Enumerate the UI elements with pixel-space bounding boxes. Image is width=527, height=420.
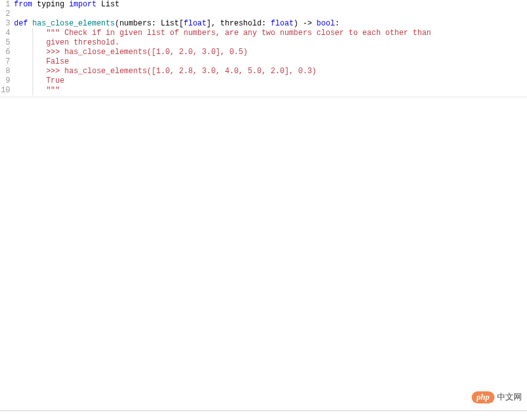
code-token: >>> has_close_elements([1.0, 2.8, 3.0, 4… — [46, 67, 316, 76]
indent — [14, 57, 32, 66]
code-token: float — [271, 19, 293, 28]
code-token: typing — [32, 0, 69, 9]
line-inner: False — [32, 57, 69, 67]
code-token: ) — [293, 19, 298, 28]
watermark-logo: php — [472, 391, 495, 403]
code-token: >>> has_close_elements([1.0, 2.0, 3.0], … — [46, 48, 248, 57]
code-token: """ Check if in given list of numbers, a… — [46, 29, 431, 38]
line-number: 7 — [0, 57, 14, 67]
code-token: : — [335, 19, 339, 28]
line-inner: """ — [32, 86, 60, 95]
code-line[interactable]: 6 >>> has_close_elements([1.0, 2.0, 3.0]… — [0, 48, 527, 57]
line-inner: from typing import List — [14, 0, 120, 10]
line-inner: given threshold. — [32, 38, 120, 48]
line-number: 8 — [0, 67, 14, 76]
line-content[interactable]: given threshold. — [14, 38, 527, 48]
code-line[interactable]: 10 """ — [0, 86, 527, 95]
line-inner: True — [32, 76, 64, 86]
line-number: 6 — [0, 48, 14, 57]
code-line[interactable]: 3def has_close_elements(numbers: List[fl… — [0, 19, 527, 29]
indent — [14, 76, 32, 85]
code-editor[interactable]: 1from typing import List23def has_close_… — [0, 0, 527, 97]
code-token: has_close_elements — [32, 19, 115, 28]
line-number: 5 — [0, 38, 14, 48]
code-line[interactable]: 9 True — [0, 76, 527, 86]
line-content[interactable]: """ Check if in given list of numbers, a… — [14, 29, 527, 38]
line-number: 2 — [0, 10, 14, 19]
code-token: numbers — [120, 19, 151, 28]
code-token: given threshold. — [46, 38, 119, 47]
code-token: List — [160, 19, 179, 28]
indent-inner — [32, 38, 46, 47]
code-token: False — [46, 57, 69, 66]
line-content[interactable]: """ — [14, 86, 527, 95]
code-line[interactable]: 4 """ Check if in given list of numbers,… — [0, 29, 527, 38]
indent — [14, 29, 32, 38]
code-token: List — [97, 0, 120, 9]
watermark-brand: 中文网 — [497, 392, 522, 402]
line-content[interactable]: def has_close_elements(numbers: List[flo… — [14, 19, 527, 29]
line-content[interactable]: from typing import List — [14, 0, 527, 10]
line-content[interactable]: >>> has_close_elements([1.0, 2.0, 3.0], … — [14, 48, 527, 57]
line-content[interactable]: True — [14, 76, 527, 86]
code-line[interactable]: 2 — [0, 10, 527, 19]
code-token: """ — [46, 86, 60, 95]
line-inner: >>> has_close_elements([1.0, 2.0, 3.0], … — [32, 48, 248, 57]
indent-inner — [32, 29, 46, 38]
code-token: : — [151, 19, 160, 28]
line-content[interactable]: False — [14, 57, 527, 67]
line-number: 3 — [0, 19, 14, 29]
watermark: php 中文网 — [472, 391, 522, 403]
code-token: ], — [207, 19, 221, 28]
indent — [14, 67, 32, 76]
line-number: 4 — [0, 29, 14, 38]
code-line[interactable]: 1from typing import List — [0, 0, 527, 10]
indent-inner — [32, 48, 46, 57]
line-content[interactable] — [14, 10, 527, 19]
indent-inner — [32, 67, 46, 76]
code-token: : — [262, 19, 271, 28]
code-line[interactable]: 7 False — [0, 57, 527, 67]
indent-inner — [32, 76, 46, 85]
code-token: import — [69, 0, 96, 9]
indent — [14, 38, 32, 47]
line-number: 10 — [0, 86, 14, 95]
line-inner: """ Check if in given list of numbers, a… — [32, 29, 432, 38]
indent-inner — [32, 57, 46, 66]
code-token: def — [14, 19, 32, 28]
line-number: 1 — [0, 0, 14, 10]
line-inner: >>> has_close_elements([1.0, 2.8, 3.0, 4… — [32, 67, 316, 76]
indent-inner — [32, 86, 46, 95]
line-inner: def has_close_elements(numbers: List[flo… — [14, 19, 339, 29]
code-line[interactable]: 8 >>> has_close_elements([1.0, 2.8, 3.0,… — [0, 67, 527, 76]
bottom-divider — [0, 410, 527, 411]
code-token: float — [183, 19, 206, 28]
indent — [14, 86, 32, 95]
code-token: bool — [316, 19, 335, 28]
line-number: 9 — [0, 76, 14, 86]
code-token: from — [14, 0, 32, 9]
indent — [14, 48, 32, 57]
code-line[interactable]: 5 given threshold. — [0, 38, 527, 48]
code-token: ( — [115, 19, 119, 28]
code-token: threshold — [220, 19, 262, 28]
code-token: True — [46, 76, 64, 85]
line-content[interactable]: >>> has_close_elements([1.0, 2.8, 3.0, 4… — [14, 67, 527, 76]
code-token: -> — [299, 19, 317, 28]
